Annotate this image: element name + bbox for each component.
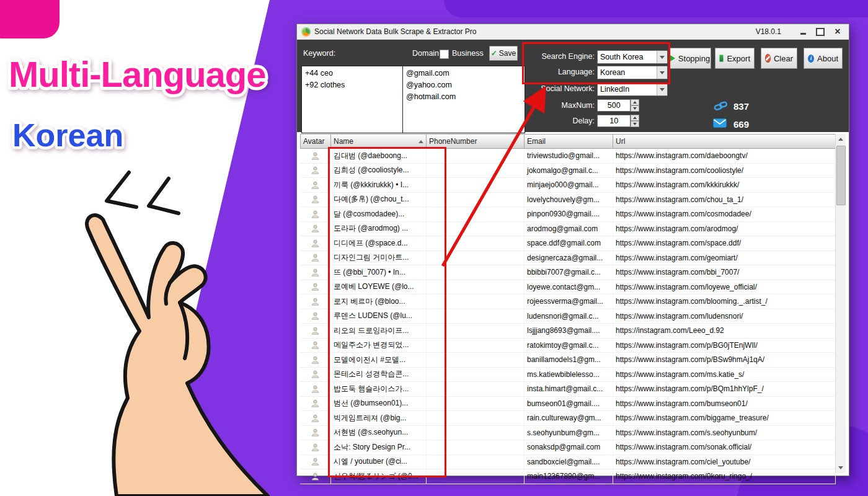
email-cell[interactable]: arodmog@gmail.com [525,222,613,236]
search-engine-select[interactable]: South Korea [597,50,668,64]
language-select[interactable]: Korean [597,66,668,79]
phone-cell[interactable] [427,324,525,338]
table-row[interactable]: 뜨 (@bbi_7007) • In... bbibbi7007@gmail.c… [300,265,836,280]
phone-cell[interactable] [427,294,525,309]
name-cell[interactable]: 다예(多帛) (@chou_t... [331,193,427,207]
name-cell[interactable]: 범선 (@bumseon01)... [331,397,427,411]
name-cell[interactable]: 빅게임트레져 (@big... [331,411,427,425]
email-cell[interactable]: banillamodels1@gm... [525,353,613,367]
domains-input[interactable]: @gmail.com @yahoo.com @hotmail.com [402,66,525,133]
url-cell[interactable]: https://www.instagram.com/geomiart/ [613,251,836,265]
url-cell[interactable]: https://www.instagram.com/p/BG0jTEnjWIl/ [613,339,836,353]
table-row[interactable]: 다예(多帛) (@chou_t... lovelychouvely@gm... … [300,193,836,208]
name-cell[interactable]: 도라파 (@arodmog) ... [331,222,427,236]
name-cell[interactable]: 신우혁/怒るリンゴ (@0... [331,469,427,484]
phone-cell[interactable] [427,353,525,367]
email-cell[interactable]: bumseon01@gmail.... [525,397,613,411]
name-cell[interactable]: 로예베 LOYEWE (@lo... [331,280,427,294]
name-cell[interactable]: 시엘 / youtuber (@ci... [331,455,427,469]
url-cell[interactable]: https://www.instagram.com/cooliostyle/ [613,164,836,178]
email-cell[interactable]: s.seohyunbum@gm... [525,426,613,440]
phone-cell[interactable] [427,207,525,221]
about-button[interactable]: i About [804,48,843,69]
social-network-select[interactable]: LinkedIn [597,82,668,96]
url-cell[interactable]: https://www.instagram.com/kkkirukkk/ [613,178,836,192]
name-cell[interactable]: 로지 베르마 (@bloo... [331,294,427,309]
table-row[interactable]: 범선 (@bumseon01)... bumseon01@gmail.... h… [300,397,836,412]
table-row[interactable]: 김대범 (@daeboong... triviewstudio@gmail...… [300,149,836,164]
stopping-button[interactable]: Stopping [669,48,711,69]
table-row[interactable]: 신우혁/怒るリンゴ (@0... main12367890@gm... http… [300,469,836,484]
url-cell[interactable]: https://www.instagram.com/sonak.official… [613,440,836,454]
table-row[interactable]: 리오의 드로잉라이프... lsjjjang8693@gmail.... htt… [300,324,836,339]
maxnum-spinner[interactable]: 500 [597,99,639,112]
name-cell[interactable]: 메일주소가 변경되었... [331,339,427,353]
phone-cell[interactable] [427,164,525,178]
name-cell[interactable]: 끼룩 (@kkkirukkk) • I... [331,178,427,192]
phone-cell[interactable] [427,236,525,250]
name-cell[interactable]: 소낙: Story Design Pr... [331,440,427,454]
email-cell[interactable]: ms.katiewbiblelesso... [525,368,613,382]
name-cell[interactable]: 디자인그림 거미아트... [331,251,427,265]
phone-cell[interactable] [427,411,525,425]
name-cell[interactable]: 달 (@cosmodadee)... [331,207,427,221]
email-cell[interactable]: designercaza@gmail... [525,251,613,265]
name-cell[interactable]: 김대범 (@daeboong... [331,149,427,163]
url-cell[interactable]: https://www.instagram.com/ms.katie_s/ [613,368,836,382]
email-cell[interactable]: bbibbi7007@gmail.c... [525,265,613,280]
vertical-scrollbar[interactable] [835,134,846,473]
table-row[interactable]: 모델에이전시 #모델... banillamodels1@gm... https… [300,353,836,368]
save-button[interactable]: ✓ Save [489,46,518,61]
scroll-down-button[interactable] [836,463,845,473]
spinner-up-button[interactable] [631,115,639,121]
url-cell[interactable]: https://www.instagram.com/biggame_treasu… [613,411,836,425]
phone-cell[interactable] [427,426,525,440]
maxnum-value[interactable]: 500 [597,99,631,112]
url-cell[interactable]: https://www.instagram.com/ludensnori/ [613,309,836,324]
email-cell[interactable]: sonaksdp@gmail.com [525,440,613,454]
phone-cell[interactable] [427,178,525,192]
email-cell[interactable]: ratokimtoy@gmail.c... [525,339,613,353]
email-cell[interactable]: main12367890@gm... [525,469,613,484]
url-cell[interactable]: https://www.instagram.com/arodmog/ [613,222,836,236]
name-cell[interactable]: 루덴스 LUDENS (@lu... [331,309,427,324]
title-bar[interactable]: Social Network Data Bulk Scrape & Extrac… [297,24,849,40]
url-cell[interactable]: https://www.instagram.com/chou_ta_1/ [613,193,836,207]
url-cell[interactable]: https://www.instagram.com/s.seohyunbum/ [613,426,836,440]
url-cell[interactable]: https://www.instagram.com/blooming._.art… [613,294,836,309]
table-row[interactable]: 도라파 (@arodmog) ... arodmog@gmail.com htt… [300,222,836,237]
email-cell[interactable]: space.ddf@gmail.com [525,236,613,250]
column-header-phonenumber[interactable]: PhoneNumber [427,135,525,148]
email-cell[interactable]: sandboxciel@gmail.... [525,455,613,469]
chevron-down-icon[interactable] [657,83,667,95]
name-cell[interactable]: 김희성 (@cooliostyle... [331,164,427,178]
table-row[interactable]: 서현범 (@s.seohyun... s.seohyunbum@gm... ht… [300,426,836,441]
url-cell[interactable]: https://www.instagram.com/bbi_7007/ [613,265,836,280]
column-header-email[interactable]: Email [525,135,613,148]
table-row[interactable]: 달 (@cosmodadee)... pinpon0930@gmail.... … [300,207,836,222]
url-cell[interactable]: https://www.instagram.com/space.ddf/ [613,236,836,250]
delay-spinner[interactable]: 10 [597,115,639,127]
phone-cell[interactable] [427,280,525,294]
url-cell[interactable]: https://www.instagram.com/cosmodadee/ [613,207,836,221]
close-button[interactable]: × [831,27,844,37]
phone-cell[interactable] [427,440,525,454]
table-row[interactable]: 빅게임트레져 (@big... rain.cultureway@gm... ht… [300,411,836,426]
url-cell[interactable]: https://www.instagram.com/bumseon01/ [613,397,836,411]
url-cell[interactable]: https://www.instagram.com/p/BQm1hhYlpF_/ [613,382,836,396]
scrollbar-thumb[interactable] [836,146,846,205]
email-cell[interactable]: ludensnori@gmail.c... [525,309,613,324]
phone-cell[interactable] [427,382,525,396]
spinner-down-button[interactable] [631,121,639,127]
url-cell[interactable]: https://www.instagram.com/p/BSw9hmAj1qA/ [613,353,836,367]
email-cell[interactable]: minjaejo000@gmail... [525,178,613,192]
name-cell[interactable]: 모델에이전시 #모델... [331,353,427,367]
chevron-down-icon[interactable] [657,51,667,63]
maximize-button[interactable] [813,27,827,37]
export-button[interactable]: Export [715,48,755,69]
delay-value[interactable]: 10 [597,115,631,127]
phone-cell[interactable] [427,149,525,163]
keywords-input[interactable]: +44 ceo +92 clothes [301,66,407,133]
url-cell[interactable]: https://www.instagram.com/0koru_ringo_/ [613,469,836,484]
table-row[interactable]: 디디에프 (@space.d... space.ddf@gmail.com ht… [300,236,836,251]
